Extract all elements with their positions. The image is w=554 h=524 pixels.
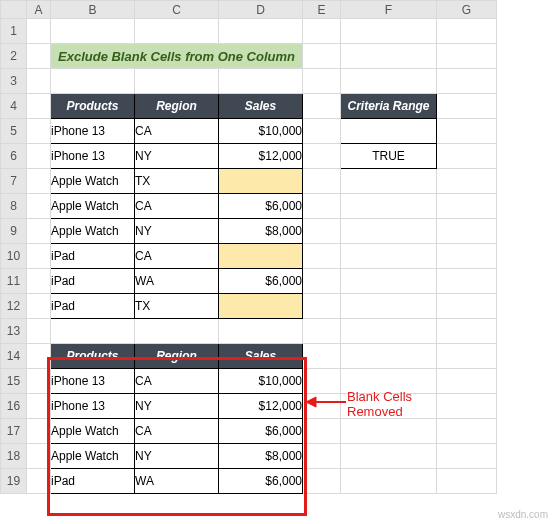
t1-r8-product[interactable]: iPad	[51, 294, 135, 319]
t2-r3-sales[interactable]: $6,000	[219, 419, 303, 444]
spreadsheet-grid[interactable]: A B C D E F G 1 2 Exclude Blank Cells fr…	[0, 0, 497, 494]
col-F[interactable]: F	[341, 1, 437, 19]
t2-r2-region[interactable]: NY	[135, 394, 219, 419]
t2-r4-sales[interactable]: $8,000	[219, 444, 303, 469]
t1-r5-sales[interactable]: $8,000	[219, 219, 303, 244]
t1-r2-region[interactable]: NY	[135, 144, 219, 169]
row-14[interactable]: 14	[1, 344, 27, 369]
t1-r7-sales[interactable]: $6,000	[219, 269, 303, 294]
corner-cell[interactable]	[1, 1, 27, 19]
row-1[interactable]: 1	[1, 19, 27, 44]
t2-r4-region[interactable]: NY	[135, 444, 219, 469]
row-10[interactable]: 10	[1, 244, 27, 269]
col-B[interactable]: B	[51, 1, 135, 19]
t1-r2-product[interactable]: iPhone 13	[51, 144, 135, 169]
table1-header-sales[interactable]: Sales	[219, 94, 303, 119]
t2-r2-sales[interactable]: $12,000	[219, 394, 303, 419]
t1-r8-sales[interactable]	[219, 294, 303, 319]
row-18[interactable]: 18	[1, 444, 27, 469]
t2-r4-product[interactable]: Apple Watch	[51, 444, 135, 469]
row-12[interactable]: 12	[1, 294, 27, 319]
t1-r6-sales[interactable]	[219, 244, 303, 269]
t2-r5-sales[interactable]: $6,000	[219, 469, 303, 494]
col-D[interactable]: D	[219, 1, 303, 19]
row-11[interactable]: 11	[1, 269, 27, 294]
row-8[interactable]: 8	[1, 194, 27, 219]
t1-r2-sales[interactable]: $12,000	[219, 144, 303, 169]
row-4[interactable]: 4	[1, 94, 27, 119]
title-cell[interactable]: Exclude Blank Cells from One Column	[51, 44, 303, 69]
t1-r6-product[interactable]: iPad	[51, 244, 135, 269]
t1-r7-region[interactable]: WA	[135, 269, 219, 294]
row-19[interactable]: 19	[1, 469, 27, 494]
arrow-icon	[306, 396, 346, 408]
criteria-header[interactable]: Criteria Range	[341, 94, 437, 119]
t1-r3-product[interactable]: Apple Watch	[51, 169, 135, 194]
t1-r4-sales[interactable]: $6,000	[219, 194, 303, 219]
t1-r1-product[interactable]: iPhone 13	[51, 119, 135, 144]
t1-r3-region[interactable]: TX	[135, 169, 219, 194]
table1-header-region[interactable]: Region	[135, 94, 219, 119]
t1-r7-product[interactable]: iPad	[51, 269, 135, 294]
criteria-blank[interactable]	[341, 119, 437, 144]
t2-r1-sales[interactable]: $10,000	[219, 369, 303, 394]
t1-r5-product[interactable]: Apple Watch	[51, 219, 135, 244]
row-15[interactable]: 15	[1, 369, 27, 394]
criteria-value[interactable]: TRUE	[341, 144, 437, 169]
table2-header-products[interactable]: Products	[51, 344, 135, 369]
row-13[interactable]: 13	[1, 319, 27, 344]
row-6[interactable]: 6	[1, 144, 27, 169]
annotation-text: Blank Cells Removed	[347, 390, 412, 420]
t2-r5-region[interactable]: WA	[135, 469, 219, 494]
col-E[interactable]: E	[303, 1, 341, 19]
t1-r4-product[interactable]: Apple Watch	[51, 194, 135, 219]
t1-r4-region[interactable]: CA	[135, 194, 219, 219]
t1-r6-region[interactable]: CA	[135, 244, 219, 269]
t1-r8-region[interactable]: TX	[135, 294, 219, 319]
watermark-text: wsxdn.com	[498, 509, 548, 520]
row-5[interactable]: 5	[1, 119, 27, 144]
row-9[interactable]: 9	[1, 219, 27, 244]
t1-r1-region[interactable]: CA	[135, 119, 219, 144]
col-A[interactable]: A	[27, 1, 51, 19]
t2-r1-region[interactable]: CA	[135, 369, 219, 394]
svg-marker-1	[306, 397, 316, 407]
t2-r2-product[interactable]: iPhone 13	[51, 394, 135, 419]
t2-r5-product[interactable]: iPad	[51, 469, 135, 494]
row-7[interactable]: 7	[1, 169, 27, 194]
col-G[interactable]: G	[437, 1, 497, 19]
row-3[interactable]: 3	[1, 69, 27, 94]
t2-r1-product[interactable]: iPhone 13	[51, 369, 135, 394]
row-16[interactable]: 16	[1, 394, 27, 419]
table2-header-sales[interactable]: Sales	[219, 344, 303, 369]
table1-header-products[interactable]: Products	[51, 94, 135, 119]
t1-r5-region[interactable]: NY	[135, 219, 219, 244]
row-17[interactable]: 17	[1, 419, 27, 444]
t2-r3-region[interactable]: CA	[135, 419, 219, 444]
table2-header-region[interactable]: Region	[135, 344, 219, 369]
col-C[interactable]: C	[135, 1, 219, 19]
row-2[interactable]: 2	[1, 44, 27, 69]
t2-r3-product[interactable]: Apple Watch	[51, 419, 135, 444]
t1-r1-sales[interactable]: $10,000	[219, 119, 303, 144]
t1-r3-sales[interactable]	[219, 169, 303, 194]
